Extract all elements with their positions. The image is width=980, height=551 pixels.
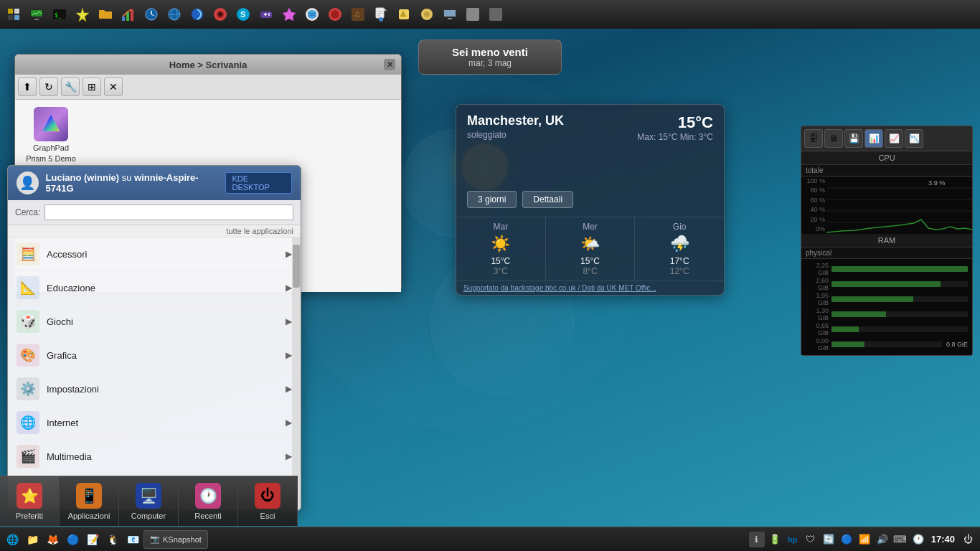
kde-avatar: 👤 <box>17 171 39 194</box>
fm-file-label2: Prism 5 Demo <box>26 154 76 163</box>
taskbar-icon-tools[interactable] <box>3 4 24 25</box>
weather-3days-button[interactable]: 3 giorni <box>467 191 517 208</box>
sm-icon-mem[interactable]: 📈 <box>885 129 903 148</box>
bt-sys-battery[interactable]: 🔋 <box>767 532 783 547</box>
weather-widget: Manchester, UK soleggiato 15°C Max: 15°C… <box>456 104 725 296</box>
kde-item-label-6: Multimedia <box>47 451 278 462</box>
bt-notify-icon[interactable]: ℹ <box>749 532 765 547</box>
kde-search-input[interactable] <box>44 204 293 220</box>
bt-icon-4[interactable]: 🔵 <box>63 530 82 549</box>
file-icon-image <box>34 107 68 141</box>
bt-sys-shield[interactable]: 🛡 <box>803 532 819 547</box>
bt-power-button[interactable]: ⏻ <box>960 532 976 547</box>
kde-search-bar: Cerca: <box>8 200 301 225</box>
fm-reload-button[interactable]: ↻ <box>39 77 58 96</box>
sm-icon-display[interactable]: 🖥 <box>824 129 843 148</box>
sm-icon-hdd[interactable]: 🗄 <box>804 129 823 148</box>
bt-sys-volume[interactable]: 🔊 <box>875 532 890 547</box>
bt-sys-net[interactable]: 📶 <box>857 532 872 547</box>
kde-menu-item-internet[interactable]: 🌐 Internet ▶ <box>8 406 301 440</box>
bt-icon-5[interactable]: 📝 <box>83 530 102 549</box>
kde-all-apps-link[interactable]: tutte le applicazioni <box>8 225 301 237</box>
taskbar-icon-music[interactable]: ♫ <box>347 4 369 25</box>
kde-menu-item-impostazioni[interactable]: ⚙️ Impostazioni ▶ <box>8 372 301 406</box>
bt-sys-update[interactable]: 🔄 <box>821 532 837 547</box>
fm-view-button[interactable]: ⊞ <box>83 77 101 96</box>
taskbar-icon-monitor[interactable] <box>26 4 47 25</box>
taskbar-icon-chart[interactable] <box>118 4 139 25</box>
file-manager-titlebar: Home > Scrivania ✕ <box>15 55 401 75</box>
sm-icon-chip[interactable]: 💾 <box>844 129 863 148</box>
taskbar-icon-skype[interactable]: S <box>232 4 254 25</box>
sm-icon-net[interactable]: 📉 <box>905 129 923 148</box>
taskbar-icon-globe2[interactable] <box>301 4 323 25</box>
bt-sys-bluetooth[interactable]: 🔵 <box>839 532 854 547</box>
sm-icon-cpu-active[interactable]: 📊 <box>864 129 883 148</box>
bt-sys-keyboard[interactable]: ⌨ <box>892 532 908 547</box>
dock-tab-computer[interactable]: 🖥️ Computer <box>119 476 179 526</box>
kde-item-label-5: Internet <box>47 418 278 428</box>
dock-tab-computer-icon: 🖥️ <box>136 483 161 509</box>
taskbar-icon-game[interactable] <box>255 4 277 25</box>
taskbar-icon-doc[interactable] <box>370 4 392 25</box>
sm-total-label: totale <box>801 165 972 176</box>
bt-icon-3[interactable]: 🦊 <box>43 530 62 549</box>
taskbar-icon-cog[interactable] <box>416 4 438 25</box>
file-manager-toolbar: ⬆ ↻ 🔧 ⊞ ✕ <box>15 75 401 100</box>
kde-item-icon-2: 🎲 <box>17 310 39 333</box>
taskbar-icon-swirl[interactable] <box>187 4 208 25</box>
file-icon-graphpad[interactable]: GraphPad Prism 5 Demo <box>22 107 80 163</box>
kde-menu-item-educazione[interactable]: 📐 Educazione ▶ <box>8 271 301 305</box>
bt-sys-clock2[interactable]: 🕐 <box>910 532 926 547</box>
sm-label-20: 20 % <box>803 217 825 223</box>
taskbar-icon-red-circle[interactable] <box>324 4 346 25</box>
kde-menu-item-accessori[interactable]: 🧮 Accessori ▶ <box>8 237 301 271</box>
taskbar-icon-monitor2[interactable] <box>439 4 461 25</box>
kde-menu-item-grafica[interactable]: 🎨 Grafica ▶ <box>8 339 301 372</box>
taskbar-icon-gray1[interactable] <box>462 4 484 25</box>
calendar-title: Sei meno venti <box>433 46 547 58</box>
kde-scrollbar-thumb[interactable] <box>293 245 300 288</box>
weather-day-tue-high: 15°C <box>549 256 632 266</box>
taskbar-icon-folder[interactable] <box>95 4 116 25</box>
svg-text:$_: $_ <box>55 12 62 19</box>
kde-menu-items-list: 🧮 Accessori ▶ 📐 Educazione ▶ 🎲 Giochi ▶ … <box>8 237 301 481</box>
dock-tab-preferiti[interactable]: ⭐ Preferiti <box>0 476 60 526</box>
kde-menu-item-multimedia[interactable]: 🎬 Multimedia ▶ <box>8 440 301 474</box>
taskbar-icon-clock[interactable] <box>141 4 162 25</box>
dock-tab-applicazioni[interactable]: 📱 Applicazioni <box>60 476 119 526</box>
taskbar-icon-terminal[interactable]: $_ <box>49 4 70 25</box>
dock-tab-esci[interactable]: ⏻ Esci <box>238 476 298 526</box>
taskbar-icon-camera[interactable] <box>209 4 231 25</box>
bt-icon-7[interactable]: 📧 <box>123 530 142 549</box>
bt-icon-2[interactable]: 📁 <box>23 530 42 549</box>
system-monitor: 🗄 🖥 💾 📊 📈 📉 CPU totale 100 % 80 % 60 % 4… <box>801 126 973 356</box>
svg-rect-11 <box>131 9 133 21</box>
weather-range: Max: 15°C Min: 3°C <box>637 132 713 142</box>
svg-point-28 <box>268 14 270 16</box>
weather-source[interactable]: Supportato da backstage.bbc.co.uk / Dati… <box>456 281 724 295</box>
fm-close2-button[interactable]: ✕ <box>104 77 123 96</box>
dock-tab-recenti-label: Recenti <box>194 512 221 520</box>
bt-left-section: 🌐 📁 🦊 🔵 📝 🐧 📧 📷 KSnapshot <box>0 530 211 549</box>
kde-scrollbar[interactable] <box>292 237 301 481</box>
taskbar-icon-browser[interactable] <box>164 4 185 25</box>
bt-icon-1[interactable]: 🌐 <box>3 530 22 549</box>
svg-rect-9 <box>122 17 125 21</box>
sm-label-100: 100 % <box>803 178 825 184</box>
taskbar-icon-pencil[interactable] <box>393 4 415 25</box>
bt-icon-6[interactable]: 🐧 <box>103 530 122 549</box>
bt-sys-hp[interactable]: hp <box>785 532 801 547</box>
taskbar-icon-magic[interactable] <box>72 4 93 25</box>
taskbar-icon-gray2[interactable] <box>485 4 507 25</box>
taskbar-icon-star[interactable] <box>278 4 300 25</box>
dock-tab-recenti[interactable]: 🕐 Recenti <box>179 476 238 526</box>
kde-menu-item-giochi[interactable]: 🎲 Giochi ▶ <box>8 305 301 339</box>
sm-label-40: 40 % <box>803 207 825 213</box>
fm-back-button[interactable]: ⬆ <box>18 77 37 96</box>
file-manager-close-button[interactable]: ✕ <box>384 59 395 70</box>
fm-settings-button[interactable]: 🔧 <box>61 77 80 96</box>
weather-details-button[interactable]: Dettaali <box>522 191 573 208</box>
weather-day-mon-high: 15°C <box>459 256 542 266</box>
bt-task-ksnapshot[interactable]: 📷 KSnapshot <box>143 530 208 549</box>
